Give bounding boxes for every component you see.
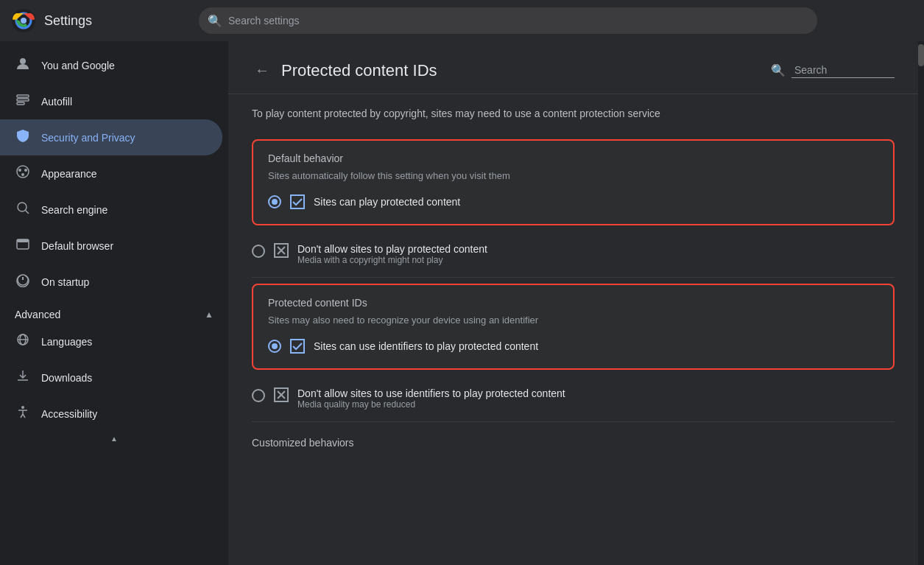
main-content: ← Protected content IDs 🔍 To play conten…: [228, 41, 918, 565]
sidebar-item-downloads[interactable]: Downloads: [0, 359, 222, 396]
main-scrollbar-thumb[interactable]: [918, 44, 924, 66]
customized-behaviors-title: Customized behaviors: [252, 437, 895, 449]
disallow-identifiers-icon: [274, 387, 289, 402]
svg-rect-5: [17, 95, 29, 97]
protected-content-check-icon: [290, 194, 305, 209]
downloads-icon: [15, 368, 31, 387]
app-title: Settings: [44, 13, 92, 29]
languages-icon: [15, 332, 31, 351]
disallow-identifiers-radio[interactable]: [252, 389, 265, 402]
allow-protected-radio[interactable]: [268, 195, 281, 208]
disallow-identifiers-sublabel: Media quality may be reduced: [297, 399, 565, 410]
sidebar-item-label: Downloads: [41, 372, 92, 384]
sidebar-item-label: Autofill: [41, 96, 72, 108]
header-search-icon: 🔍: [208, 14, 222, 28]
disallow-protected-radio[interactable]: [252, 245, 265, 258]
divider-1: [252, 277, 895, 278]
svg-point-3: [21, 18, 27, 24]
sidebar-item-label: Appearance: [41, 168, 97, 180]
svg-point-9: [18, 169, 21, 172]
svg-point-12: [18, 203, 27, 211]
svg-point-21: [21, 406, 24, 409]
disallow-identifiers-option[interactable]: Don't allow sites to use identifiers to …: [228, 376, 918, 421]
default-browser-icon: [15, 236, 31, 255]
allow-identifiers-radio[interactable]: [268, 340, 281, 353]
svg-point-4: [20, 58, 26, 64]
appearance-icon: [15, 164, 31, 183]
sidebar-item-you-and-google[interactable]: You and Google: [0, 47, 222, 83]
protected-ids-subtitle: Sites may also need to recognize your de…: [268, 315, 878, 326]
customized-behaviors-section: Customized behaviors: [228, 422, 918, 460]
svg-rect-15: [17, 239, 29, 242]
autofill-icon: [15, 92, 31, 110]
svg-point-10: [24, 169, 27, 172]
chrome-logo-icon: [12, 9, 35, 32]
advanced-section-header[interactable]: Advanced ▲: [0, 300, 228, 323]
svg-rect-7: [17, 102, 24, 105]
header-search-input[interactable]: [199, 7, 817, 34]
sidebar-item-on-startup[interactable]: On startup: [0, 264, 222, 300]
accessibility-icon: [15, 404, 31, 423]
content-search-icon: 🔍: [771, 63, 786, 77]
default-behavior-title: Default behavior: [268, 152, 878, 164]
allow-protected-label: Sites can play protected content: [314, 196, 460, 208]
default-behavior-subtitle: Sites automatically follow this setting …: [268, 170, 878, 181]
chevron-up-icon: ▲: [205, 309, 214, 320]
content-header: ← Protected content IDs 🔍: [228, 41, 918, 94]
allow-identifiers-option[interactable]: Sites can use identifiers to play protec…: [268, 336, 878, 357]
sidebar: You and Google Autofill Security and Pri…: [0, 41, 228, 565]
logo: Settings: [12, 9, 92, 32]
sidebar-item-label: On startup: [41, 276, 89, 288]
svg-point-11: [21, 173, 24, 176]
default-behavior-section: Default behavior Sites automatically fol…: [252, 139, 895, 225]
content-search[interactable]: 🔍: [771, 63, 895, 78]
sidebar-item-autofill[interactable]: Autofill: [0, 83, 222, 119]
sidebar-item-appearance[interactable]: Appearance: [0, 155, 222, 192]
sidebar-item-label: You and Google: [41, 60, 115, 71]
disallow-content-icon: [274, 243, 289, 258]
sidebar-item-languages[interactable]: Languages: [0, 323, 222, 359]
svg-rect-6: [17, 99, 29, 101]
body: You and Google Autofill Security and Pri…: [0, 41, 924, 565]
on-startup-icon: [15, 273, 31, 291]
scroll-up-arrow[interactable]: ▲: [110, 435, 118, 443]
protected-ids-title: Protected content IDs: [268, 297, 878, 309]
allow-protected-option[interactable]: Sites can play protected content: [268, 192, 878, 212]
sidebar-item-label: Search engine: [41, 204, 107, 216]
protected-ids-section: Protected content IDs Sites may also nee…: [252, 284, 895, 370]
search-engine-icon: [15, 200, 31, 219]
page-title: Protected content IDs: [281, 61, 762, 80]
svg-line-13: [26, 211, 29, 214]
sidebar-item-default-browser[interactable]: Default browser: [0, 228, 222, 264]
sidebar-item-security-and-privacy[interactable]: Security and Privacy: [0, 119, 222, 155]
advanced-section-label: Advanced: [15, 309, 60, 320]
content-search-input[interactable]: [791, 63, 895, 78]
sidebar-item-label: Default browser: [41, 240, 113, 252]
disallow-protected-option[interactable]: Don't allow sites to play protected cont…: [228, 231, 918, 277]
person-icon: [15, 56, 31, 74]
back-button[interactable]: ←: [252, 59, 272, 82]
sidebar-item-label: Security and Privacy: [41, 132, 135, 144]
sidebar-item-search-engine[interactable]: Search engine: [0, 192, 222, 228]
header: Settings 🔍: [0, 0, 924, 41]
disallow-identifiers-label: Don't allow sites to use identifiers to …: [297, 387, 565, 399]
shield-icon: [15, 128, 31, 147]
allow-identifiers-label: Sites can use identifiers to play protec…: [314, 340, 538, 352]
description-text: To play content protected by copyright, …: [228, 94, 918, 133]
disallow-protected-sublabel: Media with a copyright might not play: [297, 255, 487, 265]
disallow-protected-label: Don't allow sites to play protected cont…: [297, 243, 487, 255]
main-scrollbar[interactable]: [918, 41, 924, 565]
header-search[interactable]: 🔍: [199, 7, 817, 34]
sidebar-item-accessibility[interactable]: Accessibility: [0, 396, 222, 432]
identifiers-check-icon: [290, 339, 305, 354]
sidebar-item-label: Accessibility: [41, 408, 97, 420]
sidebar-item-label: Languages: [41, 336, 92, 348]
